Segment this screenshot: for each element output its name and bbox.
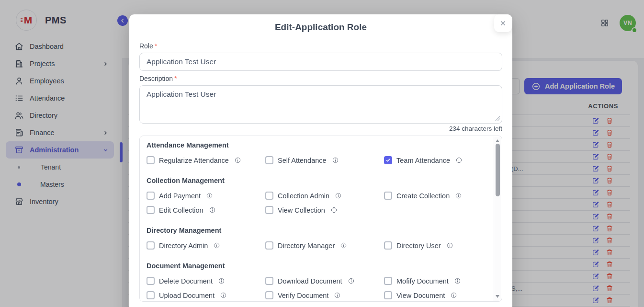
permission-regularize-attendance[interactable]: Regularize Attendance [147, 156, 265, 165]
permission-section-collection-management: Collection ManagementAdd PaymentCollecti… [147, 176, 486, 215]
checkbox-icon[interactable] [384, 241, 392, 250]
scroll-up-arrow-icon[interactable] [496, 139, 499, 142]
info-icon[interactable] [234, 157, 241, 164]
permission-label: Mofify Document [396, 277, 449, 285]
role-field[interactable] [139, 53, 502, 71]
permission-verify-document[interactable]: Verify Document [265, 291, 384, 300]
permission-upload-document[interactable]: Upload Document [147, 291, 265, 300]
checkbox-icon[interactable] [265, 192, 273, 200]
info-icon[interactable] [454, 277, 461, 284]
permission-label: View Document [396, 292, 445, 299]
characters-left: 234 characters left [139, 125, 502, 133]
permission-label: View Collection [278, 206, 325, 214]
scrollbar[interactable] [494, 136, 501, 301]
permission-collection-admin[interactable]: Collection Admin [265, 191, 384, 200]
permission-label: Add Payment [159, 192, 201, 200]
role-label: Role* [139, 42, 502, 50]
info-icon[interactable] [455, 157, 463, 164]
checkbox-icon[interactable] [265, 291, 273, 299]
info-icon[interactable] [206, 192, 213, 199]
permission-label: Directory Manager [278, 242, 335, 250]
permission-download-document[interactable]: Download Document [265, 276, 384, 285]
checkbox-icon[interactable] [265, 206, 273, 214]
checkbox-icon[interactable] [384, 156, 392, 164]
permission-section-attendance-management: Attendance ManagementRegularize Attendan… [147, 141, 486, 165]
info-icon[interactable] [334, 292, 341, 299]
permission-create-collection[interactable]: Create Collection [384, 191, 502, 200]
permission-label: Self Attendance [278, 157, 327, 164]
permission-label: Download Document [278, 277, 342, 285]
section-title: Collection Management [147, 176, 486, 185]
checkbox-icon[interactable] [147, 241, 155, 250]
permission-label: Collection Admin [278, 192, 329, 200]
info-icon[interactable] [446, 242, 453, 249]
permissions-sections: Attendance ManagementRegularize Attendan… [147, 141, 486, 300]
info-icon[interactable] [348, 277, 355, 284]
edit-application-role-modal: Edit-Application Role Role* Description*… [129, 14, 512, 307]
permission-add-payment[interactable]: Add Payment [147, 191, 265, 200]
checkbox-icon[interactable] [265, 156, 273, 164]
checkbox-icon[interactable] [147, 277, 155, 285]
info-icon[interactable] [340, 242, 347, 249]
permission-delete-document[interactable]: Delete Document [147, 276, 265, 285]
close-button[interactable] [494, 14, 512, 32]
permission-directory-admin[interactable]: Directory Admin [147, 241, 265, 250]
permission-label: Edit Collection [159, 206, 203, 214]
permission-section-document-management: Document ManagementDelete DocumentDownlo… [147, 262, 486, 300]
permission-directory-manager[interactable]: Directory Manager [265, 241, 384, 250]
description-label: Description* [139, 75, 502, 82]
permission-label: Create Collection [396, 192, 450, 200]
permission-team-attendance[interactable]: Team Attendance [384, 156, 502, 165]
check-icon [385, 158, 391, 163]
permission-label: Directory Admin [159, 242, 208, 250]
info-icon[interactable] [450, 292, 457, 299]
section-title: Document Management [147, 262, 486, 270]
permission-edit-collection[interactable]: Edit Collection [147, 205, 265, 215]
permission-label: Directory User [396, 242, 441, 250]
checkbox-icon[interactable] [265, 241, 273, 250]
permission-label: Delete Document [159, 277, 213, 285]
close-icon [499, 19, 507, 27]
description-field[interactable]: Application Test User [139, 85, 502, 124]
permission-view-document[interactable]: View Document [384, 291, 502, 300]
info-icon[interactable] [332, 157, 339, 164]
info-icon[interactable] [330, 206, 338, 214]
section-title: Directory Management [147, 226, 486, 235]
permission-view-collection[interactable]: View Collection [265, 205, 384, 215]
checkbox-icon[interactable] [147, 156, 155, 164]
info-icon[interactable] [455, 192, 462, 199]
info-icon[interactable] [335, 192, 342, 199]
checkbox-icon[interactable] [147, 192, 155, 200]
modal-title: Edit-Application Role [139, 14, 502, 33]
permission-label: Upload Document [159, 292, 215, 299]
permission-self-attendance[interactable]: Self Attendance [265, 156, 384, 165]
required-marker: * [174, 75, 177, 82]
scroll-down-arrow-icon[interactable] [496, 295, 499, 298]
checkbox-icon[interactable] [147, 291, 155, 299]
required-marker: * [155, 42, 157, 50]
permission-label: Regularize Attendance [159, 157, 229, 164]
checkbox-icon[interactable] [384, 291, 392, 299]
info-icon[interactable] [213, 242, 220, 249]
section-title: Attendance Management [147, 141, 486, 149]
info-icon[interactable] [220, 292, 227, 299]
info-icon[interactable] [218, 277, 225, 284]
scrollbar-thumb[interactable] [496, 144, 500, 196]
permissions-panel: Attendance ManagementRegularize Attendan… [139, 136, 502, 302]
checkbox-icon[interactable] [384, 192, 392, 200]
checkbox-icon[interactable] [384, 277, 392, 285]
permission-label: Team Attendance [396, 157, 450, 164]
permission-directory-user[interactable]: Directory User [384, 241, 502, 250]
checkbox-icon[interactable] [265, 277, 273, 285]
permission-section-directory-management: Directory ManagementDirectory AdminDirec… [147, 226, 486, 250]
permission-mofify-document[interactable]: Mofify Document [384, 276, 502, 285]
info-icon[interactable] [209, 206, 216, 214]
permission-label: Verify Document [278, 292, 328, 299]
checkbox-icon[interactable] [147, 206, 155, 214]
